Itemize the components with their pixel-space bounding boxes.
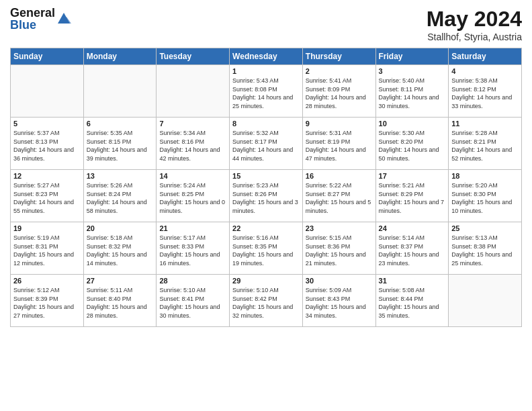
table-row: 22Sunrise: 5:16 AM Sunset: 8:35 PM Dayli… (230, 222, 303, 275)
day-info: Sunrise: 5:38 AM Sunset: 8:12 PM Dayligh… (451, 77, 519, 110)
table-row: 8Sunrise: 5:32 AM Sunset: 8:17 PM Daylig… (230, 118, 303, 170)
table-row: 6Sunrise: 5:35 AM Sunset: 8:15 PM Daylig… (83, 118, 157, 170)
day-info: Sunrise: 5:14 AM Sunset: 8:37 PM Dayligh… (379, 234, 446, 267)
day-number: 24 (379, 224, 446, 232)
day-number: 20 (87, 224, 154, 232)
table-row: 10Sunrise: 5:30 AM Sunset: 8:20 PM Dayli… (375, 118, 449, 170)
day-info: Sunrise: 5:28 AM Sunset: 8:21 PM Dayligh… (451, 129, 519, 163)
table-row: 31Sunrise: 5:08 AM Sunset: 8:44 PM Dayli… (375, 275, 449, 327)
logo: General Blue (10, 7, 71, 31)
day-info: Sunrise: 5:40 AM Sunset: 8:11 PM Dayligh… (379, 77, 446, 110)
logo-blue: Blue (10, 19, 55, 31)
table-row: 2Sunrise: 5:41 AM Sunset: 8:09 PM Daylig… (302, 65, 375, 118)
day-number: 8 (232, 120, 300, 128)
day-number: 21 (159, 224, 226, 232)
table-row: 12Sunrise: 5:27 AM Sunset: 8:23 PM Dayli… (11, 170, 84, 222)
day-info: Sunrise: 5:10 AM Sunset: 8:41 PM Dayligh… (159, 286, 226, 320)
day-number: 1 (232, 67, 300, 75)
day-number: 17 (379, 172, 446, 180)
day-number: 29 (232, 277, 300, 285)
day-info: Sunrise: 5:34 AM Sunset: 8:16 PM Dayligh… (159, 129, 226, 163)
day-number: 4 (451, 67, 519, 75)
col-sunday: Sunday (11, 48, 84, 65)
table-row: 4Sunrise: 5:38 AM Sunset: 8:12 PM Daylig… (449, 65, 522, 118)
day-info: Sunrise: 5:18 AM Sunset: 8:32 PM Dayligh… (87, 234, 154, 267)
day-info: Sunrise: 5:24 AM Sunset: 8:25 PM Dayligh… (159, 181, 226, 215)
day-number: 5 (13, 120, 81, 128)
col-monday: Monday (83, 48, 157, 65)
day-number: 27 (87, 277, 154, 285)
day-number: 11 (451, 120, 519, 128)
title-location: Stallhof, Styria, Austria (427, 32, 522, 42)
table-row: 9Sunrise: 5:31 AM Sunset: 8:19 PM Daylig… (302, 118, 375, 170)
day-info: Sunrise: 5:12 AM Sunset: 8:39 PM Dayligh… (13, 286, 81, 320)
table-row: 30Sunrise: 5:09 AM Sunset: 8:43 PM Dayli… (302, 275, 375, 327)
day-number: 22 (232, 224, 300, 232)
day-number: 6 (87, 120, 154, 128)
table-row: 7Sunrise: 5:34 AM Sunset: 8:16 PM Daylig… (157, 118, 230, 170)
table-row: 16Sunrise: 5:22 AM Sunset: 8:27 PM Dayli… (302, 170, 375, 222)
col-thursday: Thursday (302, 48, 375, 65)
day-number: 15 (232, 172, 300, 180)
table-row: 19Sunrise: 5:19 AM Sunset: 8:31 PM Dayli… (11, 222, 84, 275)
day-number: 28 (159, 277, 226, 285)
day-info: Sunrise: 5:26 AM Sunset: 8:24 PM Dayligh… (87, 181, 154, 215)
table-row (449, 275, 522, 327)
day-number: 16 (306, 172, 373, 180)
day-info: Sunrise: 5:32 AM Sunset: 8:17 PM Dayligh… (232, 129, 300, 163)
day-number: 14 (159, 172, 226, 180)
table-row: 15Sunrise: 5:23 AM Sunset: 8:26 PM Dayli… (230, 170, 303, 222)
day-info: Sunrise: 5:35 AM Sunset: 8:15 PM Dayligh… (87, 129, 154, 163)
calendar-week-row: 1Sunrise: 5:43 AM Sunset: 8:08 PM Daylig… (11, 65, 522, 118)
day-number: 3 (379, 67, 446, 75)
day-info: Sunrise: 5:15 AM Sunset: 8:36 PM Dayligh… (306, 234, 373, 267)
day-number: 23 (306, 224, 373, 232)
day-info: Sunrise: 5:21 AM Sunset: 8:29 PM Dayligh… (379, 181, 446, 215)
table-row: 13Sunrise: 5:26 AM Sunset: 8:24 PM Dayli… (83, 170, 157, 222)
calendar-week-row: 26Sunrise: 5:12 AM Sunset: 8:39 PM Dayli… (11, 275, 522, 327)
day-number: 19 (13, 224, 81, 232)
logo-icon (56, 11, 71, 26)
day-number: 25 (451, 224, 519, 232)
day-number: 10 (379, 120, 446, 128)
day-info: Sunrise: 5:30 AM Sunset: 8:20 PM Dayligh… (379, 129, 446, 163)
page: General Blue May 2024 Stallhof, Styria, … (0, 0, 532, 411)
calendar-week-row: 19Sunrise: 5:19 AM Sunset: 8:31 PM Dayli… (11, 222, 522, 275)
title-block: May 2024 Stallhof, Styria, Austria (427, 7, 522, 42)
day-number: 31 (379, 277, 446, 285)
day-info: Sunrise: 5:08 AM Sunset: 8:44 PM Dayligh… (379, 286, 446, 320)
header: General Blue May 2024 Stallhof, Styria, … (10, 7, 522, 42)
logo-text: General Blue (10, 7, 55, 31)
day-number: 26 (13, 277, 81, 285)
table-row: 17Sunrise: 5:21 AM Sunset: 8:29 PM Dayli… (375, 170, 449, 222)
day-number: 2 (306, 67, 373, 75)
calendar-week-row: 12Sunrise: 5:27 AM Sunset: 8:23 PM Dayli… (11, 170, 522, 222)
table-row: 28Sunrise: 5:10 AM Sunset: 8:41 PM Dayli… (157, 275, 230, 327)
day-info: Sunrise: 5:37 AM Sunset: 8:13 PM Dayligh… (13, 129, 81, 163)
title-month: May 2024 (427, 7, 522, 32)
day-number: 7 (159, 120, 226, 128)
table-row: 1Sunrise: 5:43 AM Sunset: 8:08 PM Daylig… (230, 65, 303, 118)
table-row: 20Sunrise: 5:18 AM Sunset: 8:32 PM Dayli… (83, 222, 157, 275)
table-row: 26Sunrise: 5:12 AM Sunset: 8:39 PM Dayli… (11, 275, 84, 327)
table-row: 25Sunrise: 5:13 AM Sunset: 8:38 PM Dayli… (449, 222, 522, 275)
table-row: 24Sunrise: 5:14 AM Sunset: 8:37 PM Dayli… (375, 222, 449, 275)
day-info: Sunrise: 5:22 AM Sunset: 8:27 PM Dayligh… (306, 181, 373, 215)
day-info: Sunrise: 5:23 AM Sunset: 8:26 PM Dayligh… (232, 181, 300, 215)
table-row: 3Sunrise: 5:40 AM Sunset: 8:11 PM Daylig… (375, 65, 449, 118)
day-number: 9 (306, 120, 373, 128)
day-info: Sunrise: 5:27 AM Sunset: 8:23 PM Dayligh… (13, 181, 81, 215)
table-row (157, 65, 230, 118)
calendar-header-row: Sunday Monday Tuesday Wednesday Thursday… (11, 48, 522, 65)
day-info: Sunrise: 5:10 AM Sunset: 8:42 PM Dayligh… (232, 286, 300, 320)
calendar: Sunday Monday Tuesday Wednesday Thursday… (10, 48, 522, 327)
day-number: 30 (306, 277, 373, 285)
day-number: 12 (13, 172, 81, 180)
table-row: 21Sunrise: 5:17 AM Sunset: 8:33 PM Dayli… (157, 222, 230, 275)
table-row: 5Sunrise: 5:37 AM Sunset: 8:13 PM Daylig… (11, 118, 84, 170)
table-row: 27Sunrise: 5:11 AM Sunset: 8:40 PM Dayli… (83, 275, 157, 327)
day-info: Sunrise: 5:16 AM Sunset: 8:35 PM Dayligh… (232, 234, 300, 267)
table-row: 18Sunrise: 5:20 AM Sunset: 8:30 PM Dayli… (449, 170, 522, 222)
col-friday: Friday (375, 48, 449, 65)
day-info: Sunrise: 5:19 AM Sunset: 8:31 PM Dayligh… (13, 234, 81, 267)
